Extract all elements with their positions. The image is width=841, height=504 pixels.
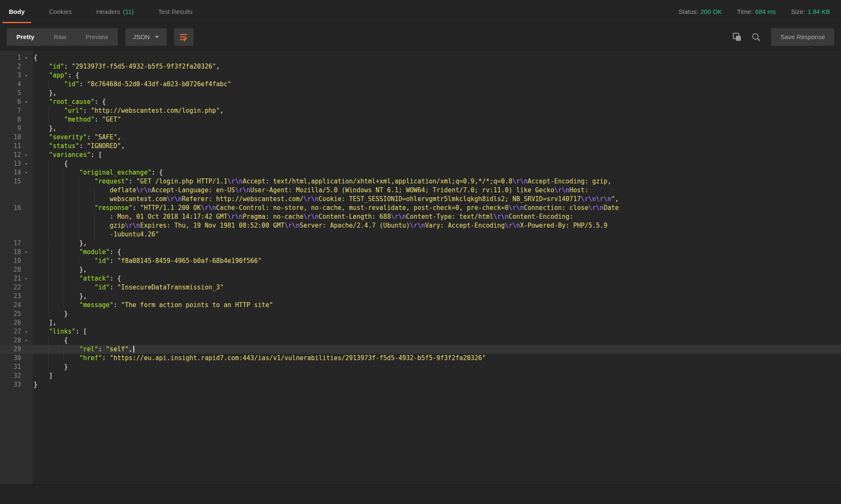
tab-body-label: Body (9, 8, 25, 15)
line-number: 18 (0, 248, 21, 257)
time-indicator: Time:684 ms (737, 8, 776, 15)
save-response-button[interactable]: Save Response (771, 28, 834, 46)
fold-arrow-icon[interactable]: ▾ (21, 53, 31, 62)
tab-body[interactable]: Body (3, 0, 31, 23)
line-number: 3 (0, 71, 21, 80)
line-number: 19 (0, 257, 21, 265)
line-number: 28 (0, 336, 21, 345)
code-row: 23 }, (0, 292, 841, 301)
response-meta: Status:200 OK Time:684 ms Size:1.84 KB (663, 0, 841, 23)
code-row: 1▾{ (0, 53, 841, 62)
text-cursor (133, 346, 134, 353)
fold-arrow-icon[interactable]: ▾ (21, 327, 31, 336)
code-row: 4 "id": "8c76468d-52d0-43df-a023-b0726ef… (0, 80, 841, 89)
line-number: 4 (0, 80, 21, 89)
line-number: 12 (0, 151, 21, 159)
code-row: 30 "href": "https://eu.api.insight.rapid… (0, 354, 841, 363)
fold-arrow-icon[interactable]: ▾ (21, 98, 31, 106)
code-row: 19 "id": "f8a08145-8459-4965-b0af-68b4e1… (0, 257, 841, 265)
line-number: 6 (0, 98, 21, 106)
code-row: 15 "request": "GET /login.php HTTP/1.1\r… (0, 177, 841, 186)
line-number: 24 (0, 301, 21, 310)
line-number (0, 230, 21, 239)
language-select-value: JSON (133, 33, 150, 40)
size-label: Size: (791, 8, 805, 15)
code-row: 14▾ "original_exchange": { (0, 168, 841, 177)
code-row: 18▾ "module": { (0, 248, 841, 257)
time-value: 684 ms (755, 8, 776, 15)
line-number: 13 (0, 159, 21, 168)
line-number: 15 (0, 177, 21, 186)
line-number: 22 (0, 283, 21, 292)
status-indicator: Status:200 OK (679, 8, 722, 15)
line-number (0, 221, 21, 230)
tab-test-results[interactable]: Test Results (152, 0, 199, 23)
search-button[interactable] (752, 33, 760, 41)
headers-count-badge: (11) (123, 8, 134, 15)
line-number: 21 (0, 274, 21, 283)
line-number: 2 (0, 62, 21, 71)
code-row: 8 "method": "GET" (0, 115, 841, 124)
line-number: 30 (0, 354, 21, 363)
line-number: 11 (0, 142, 21, 151)
view-mode-pretty[interactable]: Pretty (7, 28, 44, 46)
line-number: 25 (0, 310, 21, 318)
line-number: 14 (0, 168, 21, 177)
chevron-down-icon (155, 36, 159, 38)
code-row: 7 "url": "http://webscantest.com/login.p… (0, 106, 841, 115)
time-label: Time: (737, 8, 753, 15)
response-tabs: Body Cookies Headers (11) Test Results (0, 0, 211, 23)
code-row: 27▾ "links": [ (0, 327, 841, 336)
line-number: 33 (0, 380, 21, 389)
code-row: 20 }, (0, 265, 841, 274)
code-row: gzip\r\nExpires: Thu, 19 Nov 1981 08:52:… (0, 221, 841, 230)
size-value: 1.84 KB (808, 8, 830, 15)
code-row: 17 }, (0, 239, 841, 248)
line-number: 7 (0, 106, 21, 115)
body-toolbar: Pretty Raw Preview JSON (0, 24, 841, 50)
line-number: 5 (0, 89, 21, 98)
code-row: 9 }, (0, 124, 841, 133)
code-row: 12▾ "variances": [ (0, 151, 841, 159)
code-row: 3▾ "app": { (0, 71, 841, 80)
fold-arrow-icon[interactable]: ▾ (21, 71, 31, 80)
code-row: 13▾ { (0, 159, 841, 168)
line-number: 17 (0, 239, 21, 248)
code-row: webscantest.com\r\nReferer: http://websc… (0, 195, 841, 204)
line-number: 1 (0, 53, 21, 62)
wrap-text-button[interactable] (174, 28, 194, 46)
fold-arrow-icon[interactable]: ▾ (21, 151, 31, 159)
fold-arrow-icon[interactable]: ▾ (21, 274, 31, 283)
code-row: 28▾ { (0, 336, 841, 345)
code-row: 10 "severity": "SAFE", (0, 133, 841, 142)
code-row: 24 "message": "The form action points to… (0, 301, 841, 310)
status-label: Status: (679, 8, 698, 15)
language-select[interactable]: JSON (125, 28, 167, 46)
tab-headers[interactable]: Headers (11) (90, 0, 140, 23)
code-row: 31 } (0, 363, 841, 371)
fold-arrow-icon[interactable]: ▾ (21, 248, 31, 257)
view-mode-raw[interactable]: Raw (44, 28, 76, 46)
code-row: -1ubuntu4.26" (0, 230, 841, 239)
tab-cookies-label: Cookies (49, 8, 72, 15)
fold-arrow-icon[interactable]: ▾ (21, 168, 31, 177)
fold-arrow-icon[interactable]: ▾ (21, 159, 31, 168)
code-row: 22 "id": "InsecureDataTransmission_3" (0, 283, 841, 292)
size-indicator: Size:1.84 KB (791, 8, 830, 15)
code-row: 21▾ "attack": { (0, 274, 841, 283)
response-tab-bar: Body Cookies Headers (11) Test Results S… (0, 0, 841, 24)
view-mode-preview[interactable]: Preview (76, 28, 118, 46)
copy-button[interactable] (733, 33, 741, 41)
code-row: 2 "id": "2913973f-f5d5-4932-b5f5-9f3f2fa… (0, 62, 841, 71)
line-number: 32 (0, 371, 21, 380)
status-value: 200 OK (700, 8, 722, 15)
fold-arrow-icon[interactable]: ▾ (21, 336, 31, 345)
code-row: 32 ] (0, 371, 841, 380)
copy-icon (733, 33, 741, 41)
code-row: 11 "status": "IGNORED", (0, 142, 841, 151)
code-row: 6▾ "root_cause": { (0, 98, 841, 106)
line-number: 26 (0, 318, 21, 327)
tab-cookies[interactable]: Cookies (43, 0, 78, 23)
wrap-text-icon (179, 32, 188, 42)
response-body-editor[interactable]: 1▾{2 "id": "2913973f-f5d5-4932-b5f5-9f3f… (0, 50, 841, 504)
